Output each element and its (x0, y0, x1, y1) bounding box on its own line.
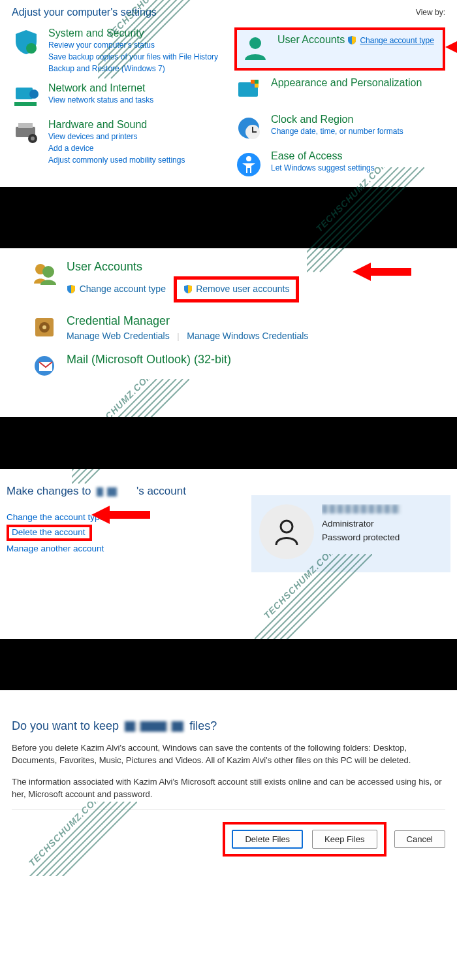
ease-of-access-icon (234, 150, 263, 179)
dialog-buttons: Delete Files Keep Files Cancel (12, 809, 445, 857)
highlight-remove-user-accounts: Remove user accounts (174, 276, 300, 302)
item-user-accounts: User Accounts Change account type Remove… (31, 260, 445, 302)
category-network-internet: Network and Internet View network status… (12, 82, 223, 111)
category-sublink[interactable]: Let Windows suggest settings (271, 162, 445, 174)
appearance-icon (234, 77, 263, 106)
heading-prefix: Make changes to (7, 485, 91, 497)
category-sublink[interactable]: View network status and tasks (48, 94, 223, 106)
item-title[interactable]: Mail (Microsoft Outlook) (32-bit) (67, 353, 231, 366)
safe-icon (31, 314, 57, 340)
account-pw-status: Password protected (322, 532, 400, 542)
category-sublink[interactable]: Review your computer's status (48, 39, 223, 51)
svg-point-30 (42, 325, 46, 329)
cancel-button[interactable]: Cancel (394, 830, 445, 848)
svg-point-8 (26, 43, 37, 54)
svg-point-25 (246, 156, 251, 161)
item-mail: Mail (Microsoft Outlook) (32-bit) (31, 353, 445, 379)
svg-point-27 (42, 266, 54, 278)
link-change-account-type[interactable]: Change account type (80, 284, 166, 294)
user-accounts-icon (241, 34, 270, 63)
svg-point-11 (29, 90, 39, 99)
red-arrow-icon (445, 38, 457, 56)
red-arrow-icon (353, 263, 411, 281)
category-title[interactable]: Hardware and Sound (48, 119, 147, 130)
svg-rect-21 (255, 84, 259, 88)
svg-rect-18 (251, 80, 255, 84)
link-remove-user-accounts[interactable]: Remove user accounts (196, 284, 289, 294)
right-column: User Accounts Change account type Appear… (234, 27, 445, 187)
category-title[interactable]: Clock and Region (271, 114, 353, 125)
redacted-name (97, 487, 131, 497)
mail-icon (31, 353, 57, 379)
left-column: System and Security Review your computer… (12, 27, 223, 187)
separator-bar (0, 187, 457, 248)
keep-files-dialog: Do you want to keep files? Before you de… (0, 690, 457, 876)
svg-point-16 (249, 37, 261, 49)
category-appearance: Appearance and Personalization (234, 77, 445, 106)
category-sublink[interactable]: Change date, time, or number formats (271, 125, 445, 137)
separator-bar (0, 639, 457, 690)
keep-files-button[interactable]: Keep Files (312, 830, 377, 849)
divider: | (177, 331, 179, 341)
category-title[interactable]: Network and Internet (48, 82, 146, 93)
dialog-heading: Do you want to keep files? (12, 719, 445, 733)
category-clock-region: Clock and Region Change date, time, or n… (234, 114, 445, 142)
highlight-delete-account: Delete the account (7, 525, 92, 541)
category-title[interactable]: Ease of Access (271, 150, 342, 161)
category-sublink[interactable]: Change account type (360, 36, 433, 45)
delete-files-button[interactable]: Delete Files (232, 830, 303, 849)
heading-suffix: files? (189, 719, 217, 732)
avatar-icon (259, 504, 314, 559)
uac-shield-icon (347, 35, 356, 46)
category-sublink[interactable]: Add a device (48, 142, 223, 154)
view-by-label: View by: (416, 8, 445, 17)
category-system-security: System and Security Review your computer… (12, 27, 223, 74)
highlight-file-buttons: Delete Files Keep Files (223, 822, 386, 857)
manage-account-page: Make changes to 's account Change the ac… (0, 469, 457, 639)
heading-suffix: 's account (136, 485, 186, 497)
account-card: Administrator Password protected (251, 495, 450, 572)
user-accounts-page: User Accounts Change account type Remove… (0, 248, 457, 417)
svg-rect-19 (255, 80, 259, 84)
item-title[interactable]: Credential Manager (67, 314, 170, 327)
category-title[interactable]: System and Security (48, 27, 144, 39)
heading-prefix: Do you want to keep (12, 719, 119, 732)
category-sublink[interactable]: Backup and Restore (Windows 7) (48, 63, 223, 74)
red-arrow-icon (91, 506, 157, 524)
category-user-accounts: User Accounts Change account type (241, 34, 439, 63)
category-hardware-sound: Hardware and Sound View devices and prin… (12, 119, 223, 166)
shield-icon (12, 27, 40, 56)
category-ease-of-access: Ease of Access Let Windows suggest setti… (234, 150, 445, 179)
category-sublink[interactable]: Adjust commonly used mobility settings (48, 154, 223, 166)
uac-shield-icon (67, 284, 76, 295)
link-manage-windows-credentials[interactable]: Manage Windows Credentials (187, 331, 308, 341)
uac-shield-icon (183, 284, 193, 295)
users-icon (31, 260, 57, 286)
page-heading: Adjust your computer's settings (12, 7, 157, 18)
account-role: Administrator (322, 519, 374, 529)
control-panel-overview: Adjust your computer's settings View by:… (0, 0, 457, 187)
clock-icon (234, 114, 263, 142)
svg-rect-10 (14, 102, 37, 106)
dialog-paragraph: Before you delete Kazim Alvi's account, … (12, 742, 445, 767)
link-manage-web-credentials[interactable]: Manage Web Credentials (67, 331, 170, 341)
category-title[interactable]: User Accounts (277, 34, 345, 45)
category-sublink[interactable]: Save backup copies of your files with Fi… (48, 51, 223, 63)
item-title[interactable]: User Accounts (67, 260, 142, 273)
svg-point-15 (31, 137, 35, 140)
network-icon (12, 82, 40, 111)
category-sublink[interactable]: View devices and printers (48, 131, 223, 142)
category-title[interactable]: Appearance and Personalization (271, 77, 422, 88)
redacted-name (125, 721, 183, 732)
svg-rect-13 (18, 123, 33, 128)
highlight-user-accounts: User Accounts Change account type (234, 27, 445, 71)
separator-bar (0, 417, 457, 469)
printer-icon (12, 119, 40, 148)
dialog-paragraph: The information associated with Kazim Al… (12, 776, 445, 801)
svg-point-33 (281, 521, 292, 532)
svg-rect-20 (251, 84, 255, 88)
item-credential-manager: Credential Manager Manage Web Credential… (31, 314, 445, 341)
redacted-name (322, 504, 400, 514)
link-delete-account[interactable]: Delete the account (12, 525, 86, 540)
